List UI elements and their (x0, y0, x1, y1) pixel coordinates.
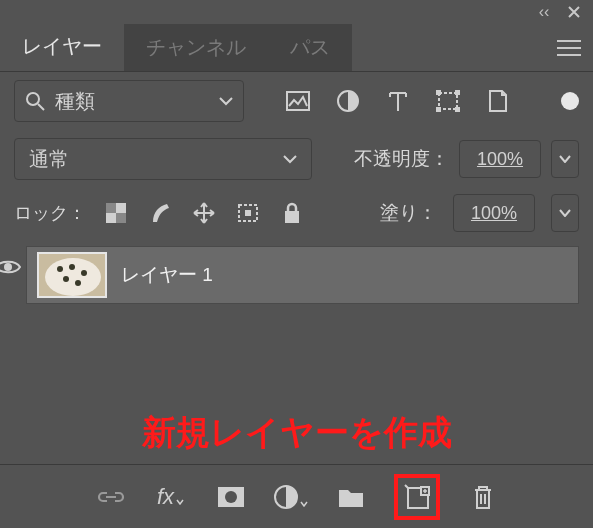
chevron-down-icon (219, 96, 233, 106)
filter-shape-icon[interactable] (434, 87, 462, 115)
adjustment-layer-icon[interactable] (274, 480, 308, 514)
tab-layers-label: レイヤー (22, 33, 102, 60)
annotation-caption: 新規レイヤーを作成 (0, 410, 593, 456)
panel-menu-icon[interactable] (545, 24, 593, 71)
new-layer-button[interactable] (394, 474, 440, 520)
fill-label: 塗り： (380, 200, 437, 226)
tab-layers[interactable]: レイヤー (0, 24, 124, 71)
svg-rect-10 (116, 213, 126, 223)
filter-smartobject-icon[interactable] (484, 87, 512, 115)
chevron-down-icon (283, 154, 297, 164)
lock-artboard-icon[interactable] (234, 199, 262, 227)
svg-rect-13 (285, 211, 299, 223)
filter-adjustment-icon[interactable] (334, 87, 362, 115)
tab-paths[interactable]: パス (268, 24, 352, 71)
lock-all-icon[interactable] (278, 199, 306, 227)
layer-row[interactable]: レイヤー 1 (26, 246, 579, 304)
layer-thumbnail[interactable] (37, 252, 107, 298)
tab-channels[interactable]: チャンネル (124, 24, 268, 71)
filter-pixel-icon[interactable] (284, 87, 312, 115)
svg-point-16 (225, 491, 237, 503)
blend-mode-select[interactable]: 通常 (14, 138, 312, 180)
tab-paths-label: パス (290, 34, 330, 61)
search-icon (25, 91, 45, 111)
opacity-label: 不透明度： (354, 146, 449, 172)
fill-dropdown-icon[interactable] (551, 194, 579, 232)
layer-filter-select[interactable]: 種類 (14, 80, 244, 122)
blend-mode-value: 通常 (29, 146, 69, 173)
lock-transparency-icon[interactable] (102, 199, 130, 227)
layer-filter-label: 種類 (55, 88, 95, 115)
collapse-panel-icon[interactable]: ‹‹ (535, 3, 553, 21)
svg-point-0 (27, 93, 39, 105)
svg-rect-4 (436, 90, 441, 95)
opacity-dropdown-icon[interactable] (551, 140, 579, 178)
link-layers-icon[interactable] (94, 480, 128, 514)
filter-type-icon[interactable] (384, 87, 412, 115)
svg-rect-7 (455, 107, 460, 112)
svg-rect-12 (245, 210, 251, 216)
svg-rect-5 (455, 90, 460, 95)
group-layers-icon[interactable] (334, 480, 368, 514)
filter-toggle-switch[interactable] (561, 92, 579, 110)
svg-rect-3 (439, 93, 457, 109)
layer-name-label[interactable]: レイヤー 1 (121, 262, 213, 288)
svg-rect-9 (106, 203, 116, 213)
close-panel-icon[interactable] (565, 3, 583, 21)
svg-rect-6 (436, 107, 441, 112)
layer-style-icon[interactable]: fx (154, 480, 188, 514)
tab-channels-label: チャンネル (146, 34, 246, 61)
new-layer-icon (404, 484, 430, 510)
layer-visibility-toggle[interactable] (0, 238, 26, 296)
lock-position-icon[interactable] (190, 199, 218, 227)
opacity-input[interactable]: 100% (459, 140, 541, 178)
svg-point-14 (4, 263, 12, 271)
fill-input[interactable]: 100% (453, 194, 535, 232)
lock-image-icon[interactable] (146, 199, 174, 227)
layer-mask-icon[interactable] (214, 480, 248, 514)
lock-label: ロック： (14, 201, 86, 225)
delete-layer-icon[interactable] (466, 480, 500, 514)
